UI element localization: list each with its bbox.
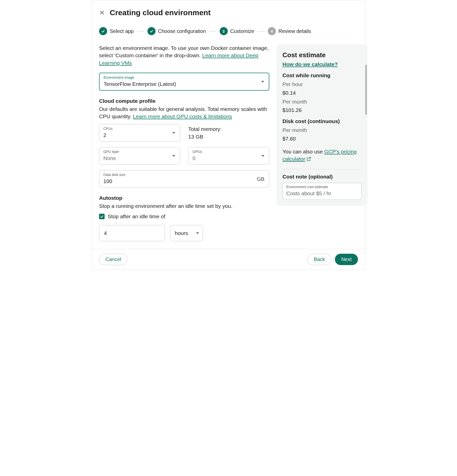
autostop-unit-select[interactable]: hours [170,225,203,241]
dialog-footer: Cancel Back Next [99,254,358,265]
check-icon [99,27,107,35]
cost-value: $0.14 [282,89,361,96]
step-choose-config: Choose configuration [147,27,206,35]
field-label: GPUs [193,149,265,154]
autostop-value-input[interactable]: 4 [99,225,165,241]
profile-desc: Our defaults are suitable for general an… [99,105,269,120]
divider [282,169,361,169]
chevron-down-icon [261,81,264,83]
cost-value: $7.60 [282,135,361,142]
field-value: 100 [103,177,265,185]
divider [92,249,365,249]
step-connector [137,31,144,31]
gpu-type-select[interactable]: GPU type None [99,147,180,165]
check-icon [147,27,156,35]
autostop-title: Autostop [99,194,269,202]
next-button[interactable]: Next [335,254,358,265]
cost-disk-heading: Disk cost (continuous) [282,117,361,125]
field-label: Data disk size [103,172,265,177]
stepper: Select app Choose configuration 3 Custom… [99,27,358,35]
field-value: TensorFlow Enterprise (Latest) [104,80,265,88]
create-environment-dialog: Creating cloud environment Select app Ch… [92,0,365,270]
cost-label: Per month [282,98,361,105]
autostop-checkbox[interactable] [99,214,105,219]
field-label: GPU type [103,149,176,154]
data-disk-size-input[interactable]: Data disk size 100 GB [99,170,269,188]
cost-note-input[interactable]: Environment cost estimate Costs about $5… [282,183,361,200]
cancel-button[interactable]: Cancel [99,254,127,265]
chevron-down-icon [172,155,175,157]
cpus-select[interactable]: CPUs 2 [99,124,180,142]
check-icon [100,214,104,219]
chevron-down-icon [172,132,175,134]
field-placeholder: Costs about $5 / hr [286,190,358,197]
close-icon[interactable] [99,10,105,16]
field-label: Environment image [104,75,265,80]
profile-title: Cloud compute profile [99,97,269,105]
field-value: 2 [103,131,176,139]
cost-title: Cost estimate [282,50,361,59]
external-link-icon [306,156,311,163]
step-review-details: 4 Review details [268,27,311,35]
step-label: Customize [230,28,254,35]
step-connector [257,31,265,31]
cost-note-heading: Cost note (optional) [282,173,361,180]
gpus-select[interactable]: GPUs 0 [188,147,269,165]
autostop-desc: Stop a running environment after an idle… [99,202,269,210]
environment-image-select[interactable]: Environment image TensorFlow Enterprise … [99,73,269,91]
how-calculate-link[interactable]: How do we calculate? [282,61,338,67]
learn-more-gpu-link[interactable]: Learn more about GPU costs & limitations [133,113,232,119]
pricing-calculator-line: You can also use GCP's pricing calculato… [282,148,361,164]
back-button[interactable]: Back [307,254,331,265]
field-label: Environment cost estimate [286,185,358,190]
step-number-icon: 3 [220,27,228,35]
unit-suffix: GB [257,175,264,183]
step-select-app: Select app [99,27,134,35]
cost-running-heading: Cost while running [282,72,361,79]
field-label: CPUs [103,126,176,131]
step-number-icon: 4 [268,27,276,35]
dialog-header: Creating cloud environment [99,7,358,18]
cost-estimate-panel: Cost estimate How do we calculate? Cost … [276,44,368,206]
step-label: Select app [110,28,134,35]
step-connector [209,31,217,31]
intro-text: Select an environment image. To use your… [99,44,269,67]
step-customize: 3 Customize [220,27,254,35]
step-label: Review details [278,28,311,35]
cost-value: $101.26 [282,106,361,114]
step-label: Choose configuration [158,28,206,35]
dialog-title: Creating cloud environment [110,7,211,18]
field-value: 0 [193,154,265,162]
total-memory-display: Total memory: 13 GB [188,125,269,140]
field-value: None [103,154,176,162]
cost-label: Per hour [282,81,361,88]
chevron-down-icon [196,232,199,234]
chevron-down-icon [261,155,264,157]
autostop-checkbox-label: Stop after an idle time of [108,213,165,220]
cost-label: Per month [282,126,361,134]
